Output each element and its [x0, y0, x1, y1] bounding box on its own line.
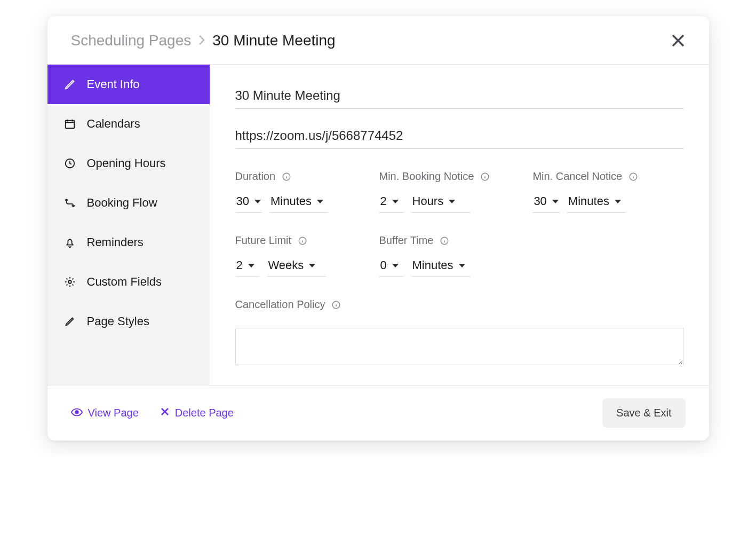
buffer-time-label: Buffer Time — [379, 234, 481, 247]
event-info-form: Duration 30 Minutes — [210, 65, 709, 385]
svg-point-2 — [68, 280, 71, 284]
min-booking-value-select[interactable]: 2 — [379, 192, 404, 213]
min-cancel-label: Min. Cancel Notice — [532, 170, 638, 183]
info-icon[interactable] — [440, 236, 449, 246]
sidebar-item-calendars[interactable]: Calendars — [47, 104, 210, 144]
future-limit-value-select[interactable]: 2 — [235, 256, 260, 277]
event-title-input[interactable] — [235, 84, 683, 109]
flow-icon — [63, 196, 76, 209]
cancellation-policy-label: Cancellation Policy — [235, 298, 683, 311]
fields-row-1: Duration 30 Minutes — [235, 170, 683, 213]
info-icon[interactable] — [480, 172, 490, 182]
chevron-right-icon — [198, 32, 205, 49]
sidebar-item-page-styles[interactable]: Page Styles — [47, 302, 210, 341]
eye-icon — [71, 407, 83, 419]
min-booking-field: Min. Booking Notice 2 Hours — [379, 170, 490, 213]
caret-down-icon — [392, 200, 399, 203]
scheduling-page-modal: Scheduling Pages 30 Minute Meeting Event… — [47, 16, 709, 440]
clock-icon — [63, 157, 76, 170]
sidebar-item-label: Custom Fields — [87, 275, 162, 289]
gear-icon — [63, 276, 76, 288]
caret-down-icon — [552, 200, 559, 203]
min-cancel-value-select[interactable]: 30 — [532, 192, 559, 213]
min-booking-label: Min. Booking Notice — [379, 170, 490, 183]
sidebar-item-label: Page Styles — [87, 314, 149, 328]
close-icon — [160, 407, 170, 419]
pencil-icon — [63, 78, 76, 91]
save-exit-button[interactable]: Save & Exit — [602, 398, 685, 428]
min-booking-unit-select[interactable]: Hours — [411, 192, 470, 213]
cancellation-policy-textarea[interactable] — [235, 328, 683, 365]
duration-field: Duration 30 Minutes — [235, 170, 337, 213]
sidebar-item-label: Calendars — [87, 117, 140, 131]
calendar-icon — [63, 117, 76, 130]
sidebar-item-opening-hours[interactable]: Opening Hours — [47, 144, 210, 183]
sidebar-item-reminders[interactable]: Reminders — [47, 223, 210, 262]
sidebar-item-label: Opening Hours — [87, 156, 166, 170]
breadcrumb: Scheduling Pages 30 Minute Meeting — [71, 32, 336, 49]
caret-down-icon — [254, 200, 261, 203]
future-limit-field: Future Limit 2 Weeks — [235, 234, 337, 277]
caret-down-icon — [392, 264, 399, 268]
caret-down-icon — [248, 264, 254, 268]
sidebar-item-booking-flow[interactable]: Booking Flow — [47, 183, 210, 223]
fields-row-2: Future Limit 2 Weeks — [235, 234, 683, 277]
breadcrumb-parent[interactable]: Scheduling Pages — [71, 32, 192, 49]
svg-rect-0 — [65, 121, 74, 129]
delete-page-button[interactable]: Delete Page — [160, 407, 234, 419]
brush-icon — [63, 315, 76, 328]
info-icon[interactable] — [298, 236, 307, 246]
future-limit-label: Future Limit — [235, 234, 337, 247]
caret-down-icon — [449, 200, 455, 203]
info-icon[interactable] — [331, 300, 341, 310]
future-limit-unit-select[interactable]: Weeks — [267, 256, 326, 277]
buffer-time-field: Buffer Time 0 Minutes — [379, 234, 481, 277]
caret-down-icon — [309, 264, 315, 268]
caret-down-icon — [459, 264, 465, 268]
settings-sidebar: Event Info Calendars Opening Hours Booki… — [47, 65, 210, 385]
sidebar-item-label: Booking Flow — [87, 196, 157, 210]
sidebar-item-label: Reminders — [87, 235, 144, 249]
duration-unit-select[interactable]: Minutes — [269, 192, 328, 213]
svg-point-9 — [75, 411, 78, 414]
bell-icon — [63, 236, 76, 249]
sidebar-item-custom-fields[interactable]: Custom Fields — [47, 262, 210, 302]
breadcrumb-current: 30 Minute Meeting — [212, 32, 335, 49]
sidebar-item-event-info[interactable]: Event Info — [47, 65, 210, 104]
sidebar-item-label: Event Info — [87, 77, 140, 91]
buffer-time-value-select[interactable]: 0 — [379, 256, 404, 277]
close-button[interactable] — [671, 33, 686, 48]
caret-down-icon — [615, 200, 621, 203]
duration-value-select[interactable]: 30 — [235, 192, 262, 213]
min-cancel-field: Min. Cancel Notice 30 Minutes — [532, 170, 638, 213]
modal-footer: View Page Delete Page Save & Exit — [47, 385, 709, 440]
duration-label: Duration — [235, 170, 337, 183]
caret-down-icon — [317, 200, 323, 203]
event-location-input[interactable] — [235, 124, 683, 149]
buffer-time-unit-select[interactable]: Minutes — [411, 256, 470, 277]
info-icon[interactable] — [282, 172, 291, 182]
min-cancel-unit-select[interactable]: Minutes — [567, 192, 626, 213]
info-icon[interactable] — [628, 172, 638, 182]
cancellation-policy-field: Cancellation Policy — [235, 298, 683, 367]
view-page-button[interactable]: View Page — [71, 407, 139, 419]
footer-left: View Page Delete Page — [71, 407, 234, 419]
modal-body: Event Info Calendars Opening Hours Booki… — [47, 65, 709, 385]
modal-header: Scheduling Pages 30 Minute Meeting — [47, 16, 709, 65]
